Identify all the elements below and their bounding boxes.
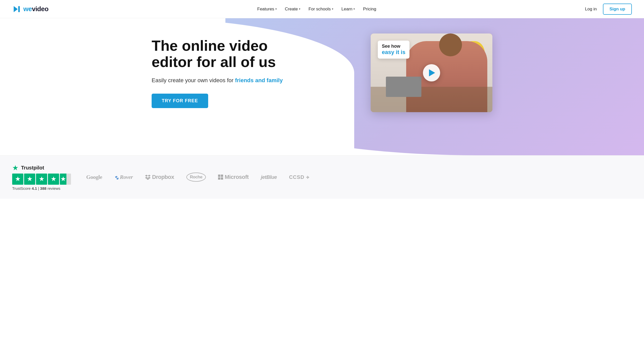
nav-for-schools[interactable]: For schools ▾ [309, 6, 333, 13]
logo-text: wevideo [23, 5, 48, 13]
logo-google: Google [86, 174, 102, 180]
video-person-head [439, 33, 462, 56]
hero-subtitle: Easily create your own videos for friend… [152, 76, 283, 84]
hero-title: The online video editor for all of us [152, 38, 283, 70]
trustpilot-block: ★ Trustpilot ★ ★ ★ ★ TrustScore 4.1 | 38… [12, 164, 71, 191]
logo-microsoft: Microsoft [218, 174, 249, 180]
hero-video-thumbnail[interactable]: See how easy it is [371, 33, 492, 112]
star-1: ★ [12, 174, 23, 185]
partner-logos: Google 🐾 Rover Dropbox Roche Microsoft j… [86, 173, 310, 182]
logo-dropbox: Dropbox [145, 174, 174, 180]
hero-subtitle-highlight: friends and family [235, 77, 283, 83]
trustpilot-header: ★ Trustpilot [12, 164, 71, 172]
trustpilot-name: Trustpilot [21, 165, 44, 171]
play-button[interactable] [423, 64, 440, 81]
trustpilot-score: TrustScore 4.1 | 388 reviews [12, 186, 71, 191]
star-5-partial [60, 174, 71, 185]
svg-marker-0 [14, 6, 18, 12]
logo-icon [12, 5, 21, 14]
nav-create[interactable]: Create ▾ [285, 6, 300, 13]
trustpilot-stars: ★ ★ ★ ★ [12, 174, 71, 185]
hero-left: The online video editor for all of us Ea… [152, 38, 283, 108]
svg-rect-1 [18, 6, 20, 12]
video-overlay-line2: easy it is [382, 49, 405, 56]
logo-rover: 🐾 Rover [114, 174, 133, 180]
chevron-down-icon: ▾ [332, 7, 333, 11]
logo-roche: Roche [186, 173, 206, 182]
video-overlay-line1: See how [382, 44, 405, 49]
nav-features[interactable]: Features ▾ [257, 6, 277, 13]
logo-ccsd: CCSD ✈ [289, 174, 310, 180]
navbar: wevideo Features ▾ Create ▾ For schools … [0, 0, 644, 18]
star-2: ★ [24, 174, 35, 185]
nav-links: Features ▾ Create ▾ For schools ▾ Learn … [257, 6, 376, 13]
trust-bar: ★ Trustpilot ★ ★ ★ ★ TrustScore 4.1 | 38… [0, 155, 644, 199]
chevron-down-icon: ▾ [299, 7, 300, 11]
chevron-down-icon: ▾ [275, 7, 277, 11]
hero-content: The online video editor for all of us Ea… [139, 18, 505, 132]
trustpilot-star-icon: ★ [12, 164, 19, 172]
logo-jetblue: jetBlue [261, 174, 277, 180]
hero-section: The online video editor for all of us Ea… [0, 18, 644, 155]
star-4: ★ [48, 174, 59, 185]
play-icon [429, 69, 435, 76]
logo[interactable]: wevideo [12, 5, 48, 14]
login-button[interactable]: Log in [585, 7, 597, 12]
nav-pricing[interactable]: Pricing [363, 6, 376, 13]
dropbox-icon [145, 174, 151, 180]
nav-actions: Log in Sign up [585, 4, 632, 15]
microsoft-grid-icon [218, 175, 223, 180]
try-for-free-button[interactable]: TRY FOR FREE [152, 94, 208, 108]
video-laptop [386, 77, 421, 97]
signup-button[interactable]: Sign up [603, 4, 632, 15]
nav-learn[interactable]: Learn ▾ [342, 6, 355, 13]
star-3: ★ [36, 174, 47, 185]
hero-subtitle-plain: Easily create your own videos for [152, 77, 235, 83]
video-overlay-card: See how easy it is [378, 41, 409, 59]
chevron-down-icon: ▾ [353, 7, 355, 11]
